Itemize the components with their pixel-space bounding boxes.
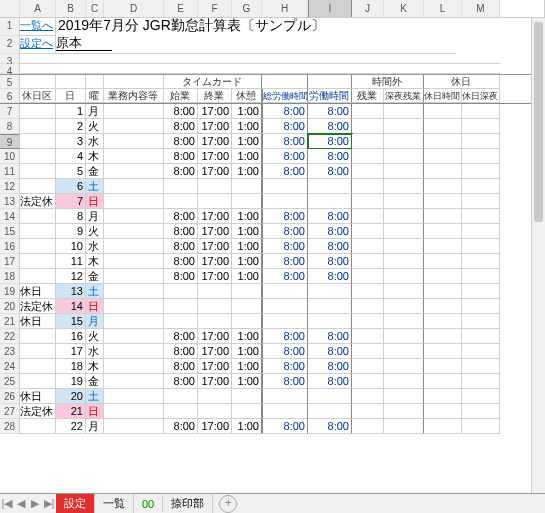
cell-work[interactable] xyxy=(308,194,352,209)
cell-work[interactable]: 8:00 xyxy=(308,359,352,374)
cell-late-ot[interactable] xyxy=(384,299,424,314)
cell-work[interactable]: 8:00 xyxy=(308,269,352,284)
cell-hol-time[interactable] xyxy=(424,359,462,374)
cell-day[interactable]: 4 xyxy=(56,149,86,164)
cell-hol-time[interactable] xyxy=(424,389,462,404)
cell-end[interactable]: 17:00 xyxy=(198,374,232,389)
col-K[interactable]: K xyxy=(384,0,424,17)
cell-holku[interactable]: 休日 xyxy=(20,314,56,329)
cell-work[interactable]: 8:00 xyxy=(308,134,352,149)
cell-holku[interactable] xyxy=(20,254,56,269)
vertical-scrollbar[interactable] xyxy=(531,18,545,493)
tab-add-icon[interactable]: + xyxy=(219,495,237,513)
cell-total[interactable] xyxy=(262,284,308,299)
cell-hol-late[interactable] xyxy=(462,404,500,419)
cell-total[interactable]: 8:00 xyxy=(262,329,308,344)
cell-total[interactable]: 8:00 xyxy=(262,209,308,224)
row-6-head[interactable]: 6 xyxy=(0,89,20,103)
cell-work[interactable] xyxy=(308,389,352,404)
cell-hol-late[interactable] xyxy=(462,389,500,404)
cell-late-ot[interactable] xyxy=(384,314,424,329)
cell-hol-late[interactable] xyxy=(462,209,500,224)
cell-end[interactable] xyxy=(198,284,232,299)
cell-break[interactable]: 1:00 xyxy=(232,149,262,164)
cell-break[interactable]: 1:00 xyxy=(232,104,262,119)
cell-content[interactable] xyxy=(104,134,164,149)
cell-holku[interactable] xyxy=(20,134,56,149)
col-H[interactable]: H xyxy=(262,0,308,17)
row-16-head[interactable]: 16 xyxy=(0,239,20,254)
cell-late-ot[interactable] xyxy=(384,374,424,389)
cell-ot[interactable] xyxy=(352,389,384,404)
cell-total[interactable] xyxy=(262,314,308,329)
cell-total[interactable]: 8:00 xyxy=(262,224,308,239)
scrollbar-thumb[interactable] xyxy=(534,22,543,222)
cell-day[interactable]: 16 xyxy=(56,329,86,344)
row-7-head[interactable]: 7 xyxy=(0,104,20,119)
col-J[interactable]: J xyxy=(352,0,384,17)
cell-hol-time[interactable] xyxy=(424,134,462,149)
tab-stamp[interactable]: 捺印部 xyxy=(163,494,213,513)
row-9-head[interactable]: 9 xyxy=(0,134,20,149)
cell-day[interactable]: 17 xyxy=(56,344,86,359)
cell-content[interactable] xyxy=(104,299,164,314)
cell-holku[interactable] xyxy=(20,164,56,179)
cell-weekday[interactable]: 土 xyxy=(86,284,104,299)
cell-start[interactable]: 8:00 xyxy=(164,269,198,284)
cell-start[interactable]: 8:00 xyxy=(164,359,198,374)
cell-break[interactable]: 1:00 xyxy=(232,239,262,254)
cell-holku[interactable] xyxy=(20,419,56,434)
cell-weekday[interactable]: 水 xyxy=(86,239,104,254)
cell-work[interactable] xyxy=(308,299,352,314)
row-21-head[interactable]: 21 xyxy=(0,314,20,329)
cell-hol-late[interactable] xyxy=(462,254,500,269)
cell-content[interactable] xyxy=(104,164,164,179)
cell-weekday[interactable]: 金 xyxy=(86,269,104,284)
col-L[interactable]: L xyxy=(424,0,462,17)
cell-late-ot[interactable] xyxy=(384,134,424,149)
cell-ot[interactable] xyxy=(352,134,384,149)
cell-work[interactable]: 8:00 xyxy=(308,104,352,119)
cell-hol-time[interactable] xyxy=(424,254,462,269)
cell-start[interactable]: 8:00 xyxy=(164,134,198,149)
cell-start[interactable]: 8:00 xyxy=(164,224,198,239)
cell-hol-late[interactable] xyxy=(462,344,500,359)
cell-day[interactable]: 3 xyxy=(56,134,86,149)
cell-holku[interactable] xyxy=(20,179,56,194)
cell-content[interactable] xyxy=(104,419,164,434)
cell-late-ot[interactable] xyxy=(384,209,424,224)
cell-break[interactable] xyxy=(232,194,262,209)
cell-end[interactable]: 17:00 xyxy=(198,134,232,149)
cell-total[interactable]: 8:00 xyxy=(262,419,308,434)
cell-hol-late[interactable] xyxy=(462,104,500,119)
cell-content[interactable] xyxy=(104,209,164,224)
cell-ot[interactable] xyxy=(352,344,384,359)
cell-weekday[interactable]: 木 xyxy=(86,254,104,269)
cell-work[interactable]: 8:00 xyxy=(308,239,352,254)
cell-weekday[interactable]: 木 xyxy=(86,359,104,374)
row-25-head[interactable]: 25 xyxy=(0,374,20,389)
cell-ot[interactable] xyxy=(352,359,384,374)
cell-break[interactable]: 1:00 xyxy=(232,344,262,359)
cell-holku[interactable] xyxy=(20,374,56,389)
cell-day[interactable]: 10 xyxy=(56,239,86,254)
cell-end[interactable] xyxy=(198,179,232,194)
cell-late-ot[interactable] xyxy=(384,359,424,374)
cell-hol-time[interactable] xyxy=(424,329,462,344)
cell-end[interactable]: 17:00 xyxy=(198,224,232,239)
cell-content[interactable] xyxy=(104,389,164,404)
tab-list[interactable]: 一覧 xyxy=(95,494,134,513)
cell-day[interactable]: 6 xyxy=(56,179,86,194)
cell-holku[interactable] xyxy=(20,104,56,119)
cell-hol-late[interactable] xyxy=(462,284,500,299)
cell-hol-time[interactable] xyxy=(424,374,462,389)
cell-content[interactable] xyxy=(104,404,164,419)
cell-ot[interactable] xyxy=(352,104,384,119)
cell-total[interactable]: 8:00 xyxy=(262,134,308,149)
cell-start[interactable]: 8:00 xyxy=(164,119,198,134)
cell-weekday[interactable]: 土 xyxy=(86,179,104,194)
cell-late-ot[interactable] xyxy=(384,404,424,419)
link-settings[interactable]: 設定へ xyxy=(20,36,56,54)
cell-weekday[interactable]: 金 xyxy=(86,164,104,179)
cell-holku[interactable] xyxy=(20,119,56,134)
